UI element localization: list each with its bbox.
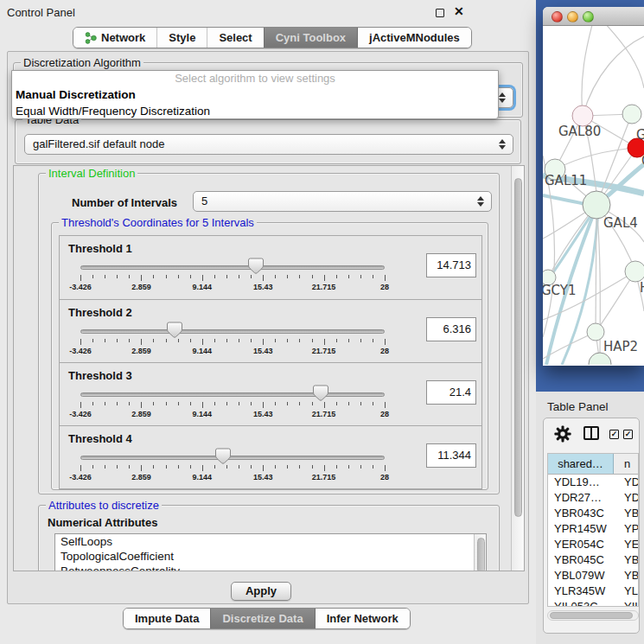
- numerical-attributes-list[interactable]: SelfLoopsTopologicalCoefficientBetweenne…: [54, 533, 487, 571]
- cell-name: YDL1: [614, 475, 638, 490]
- tab-discretize-data[interactable]: Discretize Data: [210, 609, 314, 628]
- table-row[interactable]: YDL19…YDL1: [548, 475, 638, 490]
- threshold-slider-thumb[interactable]: [313, 385, 328, 401]
- tab-select[interactable]: Select: [207, 28, 263, 48]
- threshold-slider-track[interactable]: [80, 392, 385, 397]
- table-header-row: shared… n: [548, 454, 638, 475]
- threshold-slider-thumb[interactable]: [167, 322, 182, 338]
- table-hscrollbar-thumb[interactable]: [550, 612, 633, 619]
- table-horizontal-scrollbar[interactable]: [547, 610, 639, 621]
- table-data-group: Table Data galFiltered.sif default node: [15, 119, 521, 164]
- select-checkbox-icon[interactable]: ✓: [623, 430, 633, 439]
- number-of-intervals-value: 5: [201, 194, 207, 207]
- threshold-value-field[interactable]: 6.316: [426, 317, 476, 341]
- viewport-scrollbar[interactable]: [511, 166, 524, 571]
- network-node[interactable]: [589, 353, 611, 365]
- table-row[interactable]: YER054CYER0: [548, 537, 638, 552]
- table-row[interactable]: YBR043CYBR0: [548, 506, 638, 521]
- split-columns-icon[interactable]: [583, 426, 599, 440]
- control-panel-title: Control Panel: [7, 6, 75, 19]
- network-node-label: HAP2: [603, 339, 638, 354]
- network-node-label: GAL4: [603, 215, 638, 231]
- tab-label: Style: [169, 28, 195, 48]
- interval-definition-group: Interval Definition Number of Intervals …: [38, 173, 500, 494]
- slider-tick-labels: -3.4262.8599.14415.4321.71528: [80, 283, 385, 292]
- zoom-traffic-light[interactable]: [583, 11, 594, 22]
- network-node-hap2[interactable]: [587, 323, 604, 341]
- threshold-row: Threshold 2-3.4262.8599.14415.4321.71528…: [60, 299, 481, 362]
- network-node-gal[interactable]: [622, 105, 641, 124]
- threshold-value-field[interactable]: 21.4: [426, 380, 476, 405]
- network-node-h[interactable]: [625, 261, 644, 282]
- threshold-slider-track[interactable]: [80, 456, 385, 460]
- interval-definition-label: Interval Definition: [46, 167, 137, 180]
- threshold-value-field[interactable]: 14.713: [426, 253, 476, 277]
- viewport-scrollbar-thumb[interactable]: [514, 178, 522, 517]
- numerical-attributes-label: Numerical Attributes: [48, 516, 157, 529]
- threshold-label: Threshold 1: [68, 242, 132, 255]
- tab-label: Cyni Toolbox: [276, 28, 346, 48]
- threshold-slider-track[interactable]: [80, 265, 385, 270]
- tab-jactivemnodules[interactable]: jActiveMNodules: [357, 28, 471, 48]
- table-data-combobox[interactable]: galFiltered.sif default node: [24, 134, 513, 155]
- threshold-row: Threshold 1-3.4262.8599.14415.4321.71528…: [60, 236, 481, 299]
- network-window-titlebar[interactable]: [543, 7, 644, 26]
- algorithm-options: Manual DiscretizationEqual Width/Frequen…: [12, 86, 498, 119]
- tab-label: Impute Data: [135, 609, 199, 628]
- tab-label: Select: [219, 28, 252, 48]
- tab-label: Discretize Data: [222, 609, 303, 628]
- cell-name: YBL0: [614, 568, 638, 583]
- cell-shared-name: YDL19…: [548, 475, 614, 490]
- algorithm-option[interactable]: Manual Discretization: [12, 86, 498, 103]
- thresholds-group: Threshold's Coordinates for 5 Intervals …: [51, 222, 488, 490]
- threshold-value-field[interactable]: 11.344: [426, 443, 476, 468]
- tab-style[interactable]: Style: [156, 28, 207, 48]
- cell-name: YPR1: [614, 521, 638, 537]
- cell-shared-name: YBL079W: [548, 568, 614, 583]
- attribute-list-item[interactable]: BetweennessCentrality: [55, 564, 486, 571]
- close-icon[interactable]: ✕: [454, 4, 464, 18]
- number-of-intervals-combobox[interactable]: 5: [193, 191, 492, 212]
- attribute-list-item[interactable]: SelfLoops: [55, 534, 486, 549]
- threshold-rows: Threshold 1-3.4262.8599.14415.4321.71528…: [59, 235, 482, 489]
- tab-cyni-toolbox[interactable]: Cyni Toolbox: [264, 28, 357, 48]
- table-row[interactable]: YPR145WYPR1: [548, 521, 638, 537]
- column-header-name[interactable]: n: [614, 454, 638, 474]
- network-node-label: GAL11: [545, 173, 587, 188]
- apply-button[interactable]: Apply: [231, 582, 291, 601]
- attributes-scrollbar-thumb[interactable]: [477, 538, 485, 571]
- cell-shared-name: YLR345W: [548, 583, 614, 599]
- screen: Control Panel ✕ NetworkStyleSelectCyni T…: [0, 0, 644, 644]
- table-row[interactable]: YDR27…YDR2: [548, 490, 638, 506]
- tab-infer-network[interactable]: Infer Network: [315, 609, 410, 628]
- thresholds-group-label: Threshold's Coordinates for 5 Intervals: [59, 216, 257, 229]
- number-of-intervals-label: Number of Intervals: [72, 196, 177, 209]
- attributes-group-label: Attributes to discretize: [46, 499, 162, 512]
- algorithm-dropdown-popup: Select algorithm to view settings Manual…: [11, 70, 499, 119]
- column-header-shared-name[interactable]: shared…: [548, 454, 614, 474]
- tab-label: jActiveMNodules: [369, 28, 460, 48]
- table-row[interactable]: YBL079WYBL0: [548, 568, 638, 583]
- network-canvas[interactable]: GAL80GALCGAL11GAL4GCY1HHAP2: [543, 26, 644, 365]
- attributes-scrollbar[interactable]: [474, 534, 486, 571]
- table-row[interactable]: YBR045CYBR0: [548, 552, 638, 568]
- table-row[interactable]: YIL053CYIL0: [548, 599, 638, 607]
- attribute-list-item[interactable]: TopologicalCoefficient: [55, 549, 486, 564]
- algorithm-option[interactable]: Equal Width/Frequency Discretization: [12, 103, 498, 119]
- node-attribute-table: shared… n YDL19…YDL1YDR27…YDR2YBR043CYBR…: [547, 453, 639, 607]
- tab-impute-data[interactable]: Impute Data: [124, 609, 210, 628]
- slider-tick-labels: -3.4262.8599.14415.4321.71528: [80, 347, 385, 356]
- gear-icon[interactable]: [554, 425, 571, 443]
- minimize-traffic-light[interactable]: [567, 11, 578, 22]
- slider-tick-labels: -3.4262.8599.14415.4321.71528: [80, 473, 385, 482]
- threshold-slider-thumb[interactable]: [248, 258, 264, 274]
- table-row[interactable]: YLR345WYLR3: [548, 583, 638, 599]
- threshold-slider-track[interactable]: [80, 329, 385, 334]
- tab-network[interactable]: Network: [73, 28, 156, 48]
- close-traffic-light[interactable]: [552, 11, 563, 22]
- select-checkbox-icon[interactable]: ✓: [609, 430, 619, 439]
- float-window-icon[interactable]: [436, 9, 444, 17]
- slider-ticks: [80, 339, 385, 346]
- threshold-slider-thumb[interactable]: [215, 448, 231, 464]
- cell-shared-name: YIL053C: [548, 599, 614, 607]
